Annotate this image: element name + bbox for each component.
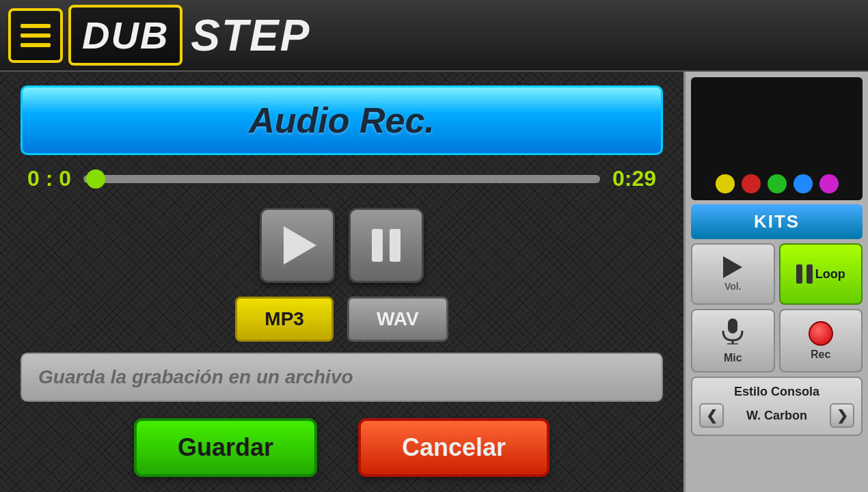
pause-bar-sm-right <box>806 264 813 284</box>
pause-icon <box>372 229 401 262</box>
side-controls-grid: Vol. Loop <box>691 243 863 372</box>
right-panel: KITS Vol. Loop <box>683 72 868 492</box>
rec-label: Rec <box>811 348 830 361</box>
pause-bar-left <box>372 229 383 262</box>
style-selector: Estilo Consola ❮ W. Carbon ❯ <box>691 377 863 436</box>
playback-controls <box>21 208 663 283</box>
style-title: Estilo Consola <box>699 385 854 399</box>
save-button[interactable]: Guardar <box>134 418 317 477</box>
pause-button[interactable] <box>349 208 424 283</box>
color-dots <box>716 174 839 193</box>
style-name: W. Carbon <box>746 409 807 423</box>
dot-red[interactable] <box>742 174 761 193</box>
action-buttons: Guardar Cancelar <box>21 418 663 477</box>
mp3-button[interactable]: MP3 <box>235 297 334 342</box>
app-container: DUB STEP Audio Rec. 0 : 0 0:29 <box>0 0 868 492</box>
main-layout: Audio Rec. 0 : 0 0:29 <box>0 72 868 492</box>
time-start: 0 : 0 <box>27 166 75 191</box>
hamburger-icon <box>21 24 51 47</box>
progress-track[interactable] <box>83 175 600 183</box>
dot-yellow[interactable] <box>716 174 735 193</box>
style-next-button[interactable]: ❯ <box>830 403 854 428</box>
play-icon <box>284 226 316 264</box>
dot-green[interactable] <box>768 174 787 193</box>
dot-blue[interactable] <box>794 174 813 193</box>
kits-button[interactable]: KITS <box>691 204 863 239</box>
dub-text: DUB <box>82 14 169 57</box>
play-button[interactable] <box>260 208 335 283</box>
cancel-button[interactable]: Cancelar <box>358 418 550 477</box>
side-play-icon <box>723 256 742 278</box>
header: DUB STEP <box>0 0 868 72</box>
loop-button[interactable]: Loop <box>779 243 863 305</box>
dub-label-box: DUB <box>68 5 182 66</box>
description-box: Guarda la grabación en un archivo <box>21 353 663 402</box>
dot-magenta[interactable] <box>819 174 839 193</box>
mic-label: Mic <box>724 352 742 364</box>
preview-area <box>691 77 863 200</box>
loop-label: Loop <box>815 267 845 282</box>
record-icon <box>809 321 833 346</box>
description-text: Guarda la grabación en un archivo <box>38 366 353 387</box>
audio-rec-banner: Audio Rec. <box>21 85 663 155</box>
progress-area: 0 : 0 0:29 <box>21 166 663 191</box>
svg-rect-0 <box>728 318 737 333</box>
mic-button[interactable]: Mic <box>691 309 775 372</box>
wav-button[interactable]: WAV <box>347 297 448 342</box>
pause-bar-right <box>390 229 401 262</box>
audio-rec-title: Audio Rec. <box>249 100 435 140</box>
vol-label: Vol. <box>724 281 742 292</box>
rec-button[interactable]: Rec <box>779 309 863 372</box>
menu-button[interactable] <box>8 8 63 63</box>
left-panel: Audio Rec. 0 : 0 0:29 <box>0 72 683 492</box>
format-buttons: MP3 WAV <box>21 297 663 342</box>
time-end: 0:29 <box>608 166 656 191</box>
microphone-icon <box>720 317 745 349</box>
style-prev-button[interactable]: ❮ <box>699 403 724 428</box>
progress-thumb[interactable] <box>86 169 105 189</box>
step-text: STEP <box>191 10 310 61</box>
pause-bar-sm-left <box>796 264 802 284</box>
style-nav: ❮ W. Carbon ❯ <box>699 403 854 428</box>
side-play-button[interactable]: Vol. <box>691 243 775 305</box>
side-pause-icon <box>796 264 813 284</box>
